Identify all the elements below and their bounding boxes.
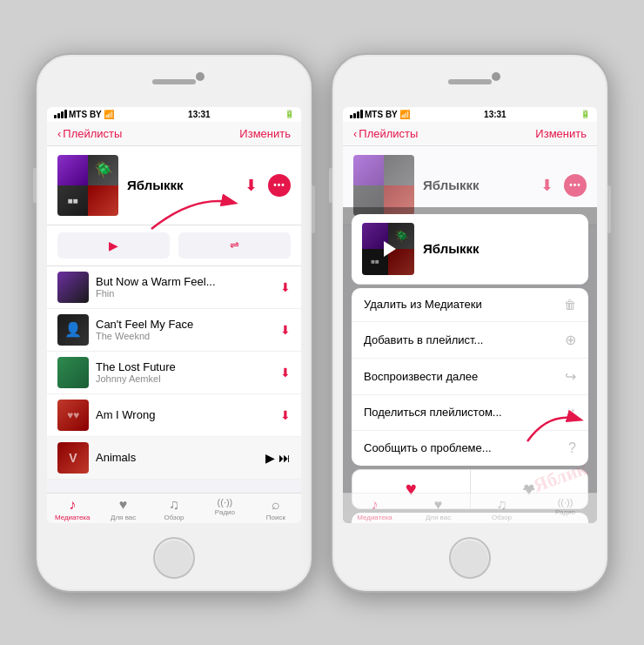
camera-left xyxy=(196,72,205,81)
tab-foryou-right: ♥ Для вас xyxy=(406,497,470,521)
song-title-1: But Now a Warm Feel... xyxy=(96,275,273,288)
camera-right xyxy=(492,72,500,81)
context-delete-text: Удалить из Медиатеки xyxy=(364,298,482,311)
nav-bar-left: ‹ Плейлисты Изменить xyxy=(47,122,301,146)
song-item-4[interactable]: ♥♥ Am I Wrong ⬇ xyxy=(47,394,301,437)
phone-screen-left: MTS BY 📶 13:31 🔋 ‹ Плейлисты Изменить 🪲 xyxy=(47,107,301,523)
library-label-left: Медиатека xyxy=(55,514,91,521)
rbar2 xyxy=(353,113,356,118)
browse-icon-right: ♫ xyxy=(497,497,507,513)
song-action-1[interactable]: ⬇ xyxy=(280,280,291,294)
song-item-1[interactable]: But Now a Warm Feel... Fhin ⬇ xyxy=(47,266,301,309)
bar1 xyxy=(54,115,57,118)
back-button-right[interactable]: ‹ Плейлисты xyxy=(353,127,418,140)
song-info-3: The Lost Future Johnny Aemkel xyxy=(96,360,273,384)
song-action-3[interactable]: ⬇ xyxy=(280,366,291,380)
art-q1 xyxy=(57,155,88,185)
status-left-right: MTS BY 📶 xyxy=(350,110,410,119)
status-right-right: 🔋 xyxy=(580,110,590,118)
status-right-left: 🔋 xyxy=(285,110,294,118)
song-thumb-2: 👤 xyxy=(57,314,89,346)
r-art-q1 xyxy=(353,155,384,185)
carrier-right: MTS BY xyxy=(365,110,398,119)
back-label-right: Плейлисты xyxy=(359,127,418,140)
context-album-art: 🪲 ■■ xyxy=(362,223,414,275)
song-artist-2: The Weeknd xyxy=(96,331,273,341)
status-left: MTS BY 📶 xyxy=(54,110,114,119)
song-title-3: The Lost Future xyxy=(96,360,273,373)
tab-library-left[interactable]: ♪ Медиатека xyxy=(47,497,97,521)
shuffle-button-left[interactable]: ⇌ xyxy=(178,232,291,259)
battery-icon-right: 🔋 xyxy=(580,110,590,118)
context-add-text: Добавить в плейлист... xyxy=(364,333,483,346)
song-artist-1: Fhin xyxy=(96,288,273,299)
back-label-left: Плейлисты xyxy=(63,127,122,140)
status-bar-right: MTS BY 📶 13:31 🔋 xyxy=(343,107,597,122)
foryou-label-right: Для вас xyxy=(426,514,451,521)
art-q3: ■■ xyxy=(57,185,88,216)
edit-button-left[interactable]: Изменить xyxy=(239,127,291,140)
song-info-4: Am I Wrong xyxy=(96,408,273,421)
home-button-left[interactable] xyxy=(153,537,195,579)
context-share-text: Поделиться плейлистом... xyxy=(364,406,502,419)
tab-radio-right: ((·)) Радио xyxy=(533,497,597,521)
rbar1 xyxy=(350,115,352,118)
play-button-left[interactable]: ▶ xyxy=(57,232,170,259)
signal-bars-right xyxy=(350,110,363,118)
tab-browse-left[interactable]: ♫ Обзор xyxy=(149,497,199,521)
song-item-3[interactable]: The Lost Future Johnny Aemkel ⬇ xyxy=(47,352,301,394)
speaker-left xyxy=(152,79,196,84)
art-q2: 🪲 xyxy=(88,155,118,185)
back-button-left[interactable]: ‹ Плейлисты xyxy=(57,127,122,140)
radio-label-right: Радио xyxy=(555,508,575,516)
context-play-next[interactable]: Воспроизвести далее ↪ xyxy=(352,359,588,395)
context-delete[interactable]: Удалить из Медиатеки 🗑 xyxy=(352,288,588,322)
nav-bar-right: ‹ Плейлисты Изменить xyxy=(343,122,597,146)
tab-search-left[interactable]: ⌕ Поиск xyxy=(251,497,301,521)
more-button-left[interactable]: ••• xyxy=(268,174,291,197)
bar4 xyxy=(64,110,67,118)
radio-icon-right: ((·)) xyxy=(558,497,574,507)
home-button-right[interactable] xyxy=(449,537,491,579)
song-action-2[interactable]: ⬇ xyxy=(280,323,291,337)
r-art-q2 xyxy=(384,155,414,185)
status-bar-left: MTS BY 📶 13:31 🔋 xyxy=(47,107,301,122)
song-info-2: Can't Feel My Face The Weeknd xyxy=(96,318,273,341)
browse-icon-left: ♫ xyxy=(169,497,179,513)
download-icon-left[interactable]: ⬇ xyxy=(245,176,258,195)
context-playlist-card: 🪲 ■■ Яблыккк xyxy=(352,214,588,285)
bar2 xyxy=(57,113,60,118)
song-item-2[interactable]: 👤 Can't Feel My Face The Weeknd ⬇ xyxy=(47,309,301,352)
radio-icon-left: ((·)) xyxy=(218,497,233,507)
song-info-5: Animals xyxy=(96,451,258,464)
foryou-icon-right: ♥ xyxy=(434,497,443,513)
foryou-label-left: Для вас xyxy=(111,514,136,521)
playlist-name-left: Яблыккк xyxy=(127,178,236,192)
playlist-header-left: 🪲 ■■ Яблыккк ⬇ ••• xyxy=(47,146,301,225)
tab-foryou-left[interactable]: ♥ Для вас xyxy=(97,497,148,521)
song-artist-3: Johnny Aemkel xyxy=(96,373,273,384)
time-right: 13:31 xyxy=(484,110,506,119)
play-overlay xyxy=(362,223,414,275)
song-action-4[interactable]: ⬇ xyxy=(280,408,291,422)
signal-bars xyxy=(54,110,67,118)
song-info-1: But Now a Warm Feel... Fhin xyxy=(96,275,273,299)
carrier-left: MTS BY xyxy=(69,110,102,119)
song-title-2: Can't Feel My Face xyxy=(96,318,273,331)
playlist-name-right-bg: Яблыккк xyxy=(423,178,532,192)
delete-icon: 🗑 xyxy=(564,298,576,312)
shuffle-icon-left: ⇌ xyxy=(230,239,239,252)
edit-button-right[interactable]: Изменить xyxy=(535,127,587,140)
library-label-right: Медиатека xyxy=(357,514,392,521)
song-item-5[interactable]: V Animals ▶ ⏭ xyxy=(47,437,301,480)
context-share[interactable]: Поделиться плейлистом... ↑ xyxy=(352,395,588,431)
art-q4 xyxy=(88,185,118,216)
tab-radio-left[interactable]: ((·)) Радио xyxy=(199,497,250,521)
context-play-next-text: Воспроизвести далее xyxy=(364,370,478,383)
playlist-info-left: Яблыккк xyxy=(127,178,236,192)
play-controls-left: ▶ ⇌ xyxy=(47,225,301,266)
red-arrow-right xyxy=(523,402,588,446)
browse-label-left: Обзор xyxy=(164,514,184,521)
context-add-playlist[interactable]: Добавить в плейлист... ⊕ xyxy=(352,322,588,359)
more-button-right-bg: ••• xyxy=(564,174,587,197)
